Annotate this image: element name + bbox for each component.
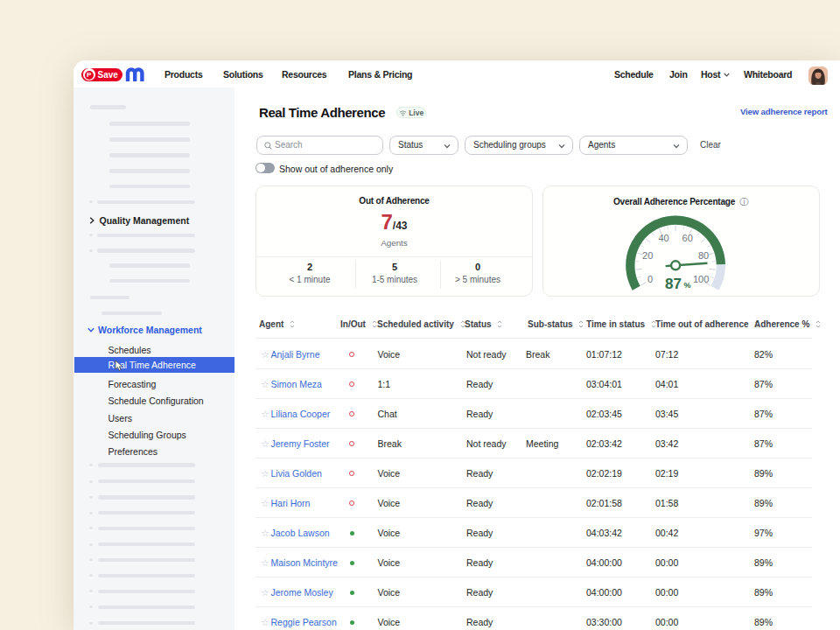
svg-text:80: 80 [697, 250, 708, 261]
svg-text:40: 40 [658, 233, 668, 243]
svg-text:%: % [683, 281, 690, 290]
svg-text:60: 60 [682, 233, 692, 243]
svg-text:87: 87 [665, 276, 682, 292]
svg-text:20: 20 [642, 250, 653, 261]
svg-text:100: 100 [692, 274, 708, 284]
svg-text:0: 0 [648, 274, 653, 284]
